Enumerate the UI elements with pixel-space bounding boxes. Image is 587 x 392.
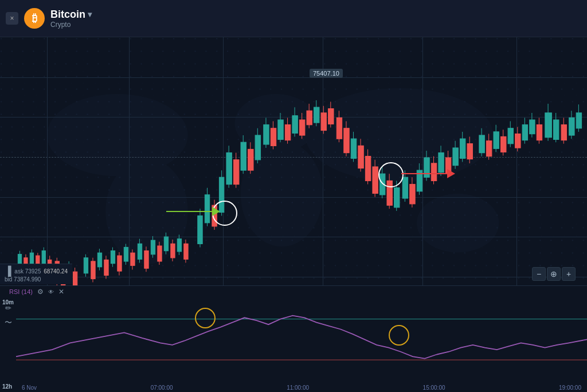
zoom-out-button[interactable]: − — [532, 267, 546, 281]
svg-rect-30 — [84, 258, 88, 273]
main-chart: 75407.10 — [0, 37, 587, 303]
zoom-in-button[interactable]: + — [562, 267, 576, 281]
rsi-label: RSI (14) — [9, 288, 33, 295]
pencil-tool-button[interactable]: ✏ — [1, 301, 15, 315]
ask-label: ask 73925 68740.24 — [14, 268, 68, 275]
zoom-controls: − ⊕ + — [532, 267, 576, 281]
price-tooltip: 75407.10 — [310, 69, 343, 78]
asset-subtitle: Crypto — [50, 21, 92, 29]
candlestick-chart — [0, 37, 587, 303]
svg-rect-74 — [241, 142, 246, 170]
bid-label: bid 73874.990 — [5, 276, 41, 283]
rsi-visibility-button[interactable]: 👁 — [48, 289, 54, 295]
svg-rect-142 — [494, 132, 499, 148]
crosshair-icon: ⊕ — [550, 269, 557, 279]
chart-icon: ▐ — [5, 266, 11, 276]
time-label-3: 11:00:00 — [287, 385, 309, 391]
bottom-timeframe-label: 12h — [2, 383, 12, 390]
time-label-1: 6 Nov — [22, 385, 37, 391]
rsi-close-button[interactable]: ✕ — [58, 288, 64, 296]
svg-rect-40 — [118, 256, 122, 271]
svg-rect-86 — [285, 125, 290, 140]
time-label-2: 07:00:00 — [151, 385, 173, 391]
annotation-arrow-green — [166, 207, 220, 216]
close-icon: × — [10, 14, 14, 22]
time-labels: 6 Nov 07:00:00 11:00:00 15:00:00 19:00:0… — [16, 385, 587, 391]
rsi-settings-button[interactable]: ⚙ — [37, 288, 44, 296]
asset-logo: ₿ — [24, 8, 45, 29]
title-section: Bitcoin ▾ Crypto — [50, 9, 92, 29]
reset-zoom-button[interactable]: ⊕ — [547, 267, 561, 281]
rsi-chart — [16, 299, 587, 381]
time-label-5: 19:00:00 — [559, 385, 581, 391]
asset-title: Bitcoin ▾ — [50, 9, 92, 21]
svg-rect-34 — [97, 253, 101, 266]
svg-rect-164 — [576, 113, 581, 128]
svg-rect-102 — [344, 128, 349, 153]
rsi-panel: 10m RSI (14) ⚙ 👁 ✕ ✏ 〜 6 Nov 07:00:00 — [0, 285, 587, 392]
svg-rect-134 — [460, 139, 465, 158]
svg-rect-58 — [177, 239, 181, 252]
wave-tool-button[interactable]: 〜 — [1, 316, 15, 330]
annotation-arrow-red — [401, 169, 455, 178]
time-label-4: 15:00:00 — [423, 385, 445, 391]
rsi-header: 10m RSI (14) ⚙ 👁 ✕ — [0, 286, 69, 297]
close-button[interactable]: × — [6, 12, 18, 25]
annotation-circle-red — [378, 162, 404, 187]
top-bar: × ₿ Bitcoin ▾ Crypto — [0, 0, 587, 37]
dropdown-arrow[interactable]: ▾ — [88, 10, 92, 19]
chart-container: 75407.10 ▐ ask 73925 68740.24 bid 73874.… — [0, 37, 587, 392]
price-info-bar: ▐ ask 73925 68740.24 bid 73874.990 — [0, 264, 72, 284]
